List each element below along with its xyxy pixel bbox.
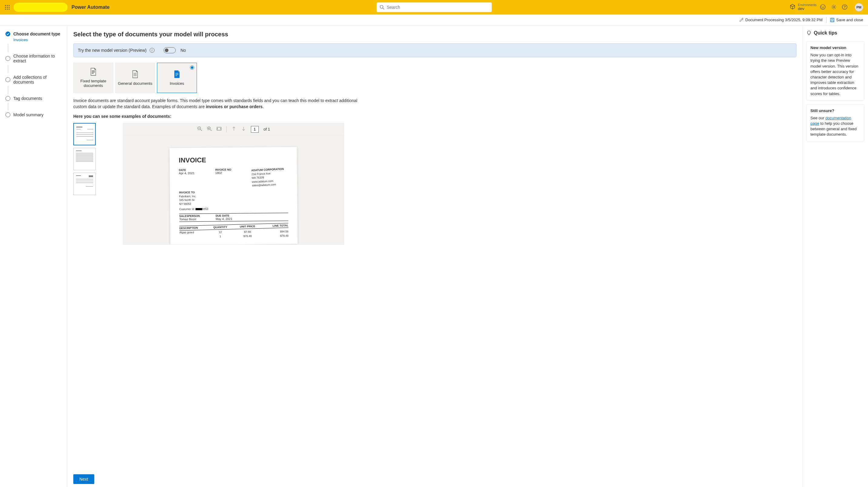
thumbnail-1[interactable] — [73, 123, 96, 145]
svg-line-35 — [210, 130, 212, 131]
divider — [226, 126, 227, 132]
app-launcher-button[interactable] — [2, 2, 12, 12]
zoom-in-icon — [207, 126, 212, 131]
zoom-out-icon — [197, 126, 202, 131]
card-invoices[interactable]: Invoices — [157, 63, 197, 93]
svg-point-8 — [9, 9, 10, 10]
preview-toggle[interactable] — [164, 47, 176, 53]
examples-label: Here you can see some examples of docume… — [73, 114, 797, 119]
thumbnail-3[interactable] — [73, 173, 96, 195]
gear-icon — [831, 4, 836, 10]
page-heading: Select the type of documents your model … — [73, 31, 797, 38]
svg-rect-36 — [217, 127, 221, 130]
connector — [8, 44, 8, 52]
app-title: Power Automate — [71, 4, 110, 10]
step-label: Model summary — [13, 112, 43, 117]
connector — [8, 103, 8, 110]
save-and-close-button[interactable]: Save and close — [830, 18, 863, 22]
fit-button[interactable] — [217, 126, 221, 132]
document-name: Document Processing 3/5/2025, 9:09:32 PM — [745, 18, 823, 22]
step-model-summary[interactable]: Model summary — [5, 110, 64, 119]
help-icon — [842, 4, 847, 10]
svg-point-7 — [7, 9, 8, 10]
doc-title-edit[interactable]: Document Processing 3/5/2025, 9:09:32 PM — [739, 18, 823, 22]
step-circle-icon — [5, 56, 10, 61]
svg-point-0 — [5, 5, 6, 6]
feedback-button[interactable] — [820, 4, 826, 10]
svg-point-11 — [820, 4, 825, 9]
zoom-in-button[interactable] — [207, 126, 212, 132]
app-header: Power Automate Environments dev PM — [0, 0, 868, 14]
fit-icon — [217, 126, 221, 131]
tip-still-unsure: Still unsure? See our documentation page… — [806, 104, 864, 141]
step-choose-info-extract[interactable]: Choose information to extract — [5, 52, 64, 65]
step-choose-document-type[interactable]: Choose document type — [5, 30, 64, 38]
svg-point-3 — [5, 7, 6, 8]
search-icon — [380, 5, 384, 10]
step-tag-documents[interactable]: Tag documents — [5, 94, 64, 103]
svg-line-31 — [200, 130, 202, 131]
search-box[interactable] — [377, 2, 492, 12]
step-add-collections[interactable]: Add collections of documents — [5, 73, 64, 86]
wizard-sidebar: Choose document type Invoices Choose inf… — [0, 26, 67, 487]
document-lines-icon — [132, 70, 138, 78]
viewer-body: INVOICE DATE Apr 4, 2021 INVOICE NO 1802 — [123, 135, 344, 245]
toggle-knob — [165, 48, 168, 52]
search-input[interactable] — [387, 5, 489, 10]
preview-text: Try the new model version (Preview) — [78, 48, 147, 53]
footer-bar: Next — [67, 471, 803, 487]
svg-point-9 — [380, 5, 383, 8]
svg-point-5 — [9, 7, 10, 8]
arrow-down-icon — [241, 126, 246, 131]
quick-tips-panel: Quick tips New model version Now you can… — [803, 26, 868, 487]
next-page-button — [241, 126, 246, 132]
step-label: Choose document type — [13, 32, 60, 36]
svg-point-13 — [824, 6, 824, 7]
connector — [8, 86, 8, 94]
step-label: Add collections of documents — [13, 75, 64, 85]
settings-button[interactable] — [831, 4, 836, 10]
svg-point-12 — [822, 6, 822, 7]
svg-rect-19 — [831, 20, 833, 22]
card-label: Invoices — [170, 81, 184, 86]
card-label: General documents — [118, 81, 152, 86]
step-substep-invoices[interactable]: Invoices — [13, 38, 64, 42]
svg-point-14 — [833, 6, 835, 8]
step-label: Choose information to extract — [13, 54, 64, 63]
step-circle-icon — [5, 77, 10, 82]
waffle-icon — [5, 5, 10, 10]
card-general-documents[interactable]: General documents — [115, 63, 155, 93]
thumbnail-2[interactable] — [73, 148, 96, 170]
prev-page-button — [231, 126, 236, 132]
page-number-input[interactable] — [251, 126, 259, 133]
invoice-preview: INVOICE DATE Apr 4, 2021 INVOICE NO 1802 — [170, 147, 298, 245]
next-button[interactable]: Next — [73, 474, 94, 484]
svg-point-6 — [5, 9, 6, 10]
info-icon[interactable]: i — [150, 48, 155, 53]
user-avatar[interactable]: PM — [855, 3, 863, 11]
step-circle-icon — [5, 112, 10, 117]
viewer-toolbar: of 1 — [123, 123, 344, 135]
step-label: Tag documents — [13, 96, 42, 101]
card-fixed-template[interactable]: Fixed template documents — [73, 63, 113, 93]
subheader: Document Processing 3/5/2025, 9:09:32 PM… — [0, 14, 868, 26]
svg-point-16 — [844, 8, 845, 8]
description-text: Invoice documents are standard account p… — [73, 98, 367, 110]
help-button[interactable] — [842, 4, 847, 10]
toggle-state-label: No — [181, 48, 186, 53]
svg-rect-20 — [92, 71, 95, 71]
highlight-pill — [13, 2, 68, 12]
svg-point-4 — [7, 7, 8, 8]
svg-point-2 — [9, 5, 10, 6]
connector — [8, 65, 8, 73]
environment-picker[interactable]: Environments dev — [789, 3, 816, 11]
zoom-out-button[interactable] — [197, 126, 202, 132]
step-circle-icon — [5, 96, 10, 101]
lightbulb-icon — [806, 31, 811, 35]
page-total: of 1 — [264, 127, 270, 131]
save-icon — [830, 18, 834, 22]
preview-banner: Try the new model version (Preview) i No — [73, 43, 797, 57]
tip-new-model-version: New model version Now you can opt-in int… — [806, 41, 864, 101]
env-value: dev — [798, 7, 816, 11]
document-invoice-icon — [174, 70, 180, 78]
